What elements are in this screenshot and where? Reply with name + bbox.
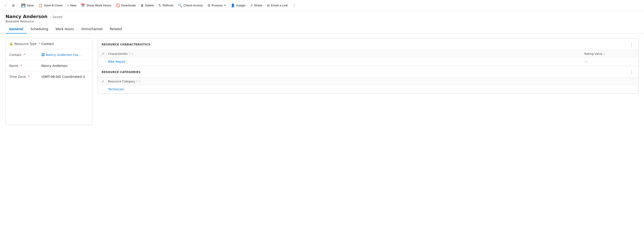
deactivate-button[interactable]: 🚫 Deactivate [114, 0, 138, 11]
save-button[interactable]: 💾 Save [19, 0, 36, 11]
restore-button[interactable]: ⧉ [10, 0, 17, 11]
sort-down-icon: ↓ [132, 52, 134, 55]
required-star-contact: * [24, 53, 25, 56]
check-access-label: Check Access [184, 4, 203, 7]
refresh-label: Refresh [163, 4, 174, 7]
delete-button[interactable]: 🗑 Delete [138, 0, 156, 11]
tab-general[interactable]: General [6, 25, 27, 33]
categories-check-col: ✓ [102, 79, 108, 83]
rating-cell: --- [584, 60, 635, 63]
field-contact-label: Contact * [9, 53, 41, 57]
resource-categories-section: RESOURCE CATEGORIES ⋮ ✓ Resource Categor… [98, 66, 638, 93]
tab-scheduling[interactable]: Scheduling [27, 25, 52, 33]
calendar-icon: 📅 [81, 3, 85, 7]
characteristics-header: RESOURCE CHARACTERISTICS ⋮ [98, 38, 638, 50]
deactivate-label: Deactivate [121, 4, 136, 7]
record-name-line: Nancy Anderson - Saved [6, 14, 638, 19]
process-button[interactable]: ⚙ Process ▼ [205, 0, 228, 11]
process-label: Process [212, 4, 223, 7]
assign-label: Assign [236, 4, 246, 7]
save-close-label: Save & Close [44, 4, 62, 7]
category-sort-up-icon: ↑ [136, 80, 138, 83]
field-timezone: Time Zone * (GMT-08:00) Coordinated U [6, 71, 92, 82]
check-access-button[interactable]: 🔍 Check Access [176, 0, 205, 11]
email-link-label: Email a Link [271, 4, 288, 7]
category-row: Technician [98, 85, 638, 93]
field-contact: Contact * 🖼 Nancy Anderson (sa... [6, 49, 92, 60]
category-col-header[interactable]: Resource Category ↑ ↓ [108, 80, 635, 83]
categories-title: RESOURCE CATEGORIES [102, 70, 140, 74]
required-star-tz: * [28, 75, 30, 78]
characteristics-title: RESOURCE CHARACTERISTICS [102, 43, 150, 46]
rating-col-header[interactable]: Rating Value ↓ [584, 52, 635, 55]
resource-characteristics-section: RESOURCE CHARACTERISTICS ⋮ ✓ Characteris… [98, 38, 638, 66]
refresh-button[interactable]: ↻ Refresh [156, 0, 176, 11]
lock-icon: 🔒 [9, 42, 13, 45]
field-name-label: Name * [9, 64, 41, 68]
right-panel: RESOURCE CHARACTERISTICS ⋮ ✓ Characteris… [98, 38, 638, 94]
chevron-down-icon: ▼ [224, 4, 226, 7]
field-resource-type-value: Contact [41, 42, 88, 46]
more-button[interactable]: ⋮ [290, 0, 298, 11]
delete-label: Delete [145, 4, 154, 7]
field-timezone-label: Time Zone * [9, 75, 41, 78]
field-resource-type-label: 🔒 Resource Type * [9, 42, 41, 46]
share-icon: ↗ [250, 3, 253, 7]
new-icon: + [67, 3, 69, 7]
toolbar: ← ⧉ 💾 Save 📋 Save & Close + New 📅 Show W… [0, 0, 644, 11]
contact-icon: 🖼 [41, 53, 44, 57]
required-star: * [39, 42, 40, 45]
toolbar-separator-1 [18, 3, 18, 8]
characteristics-grid-header: ✓ Characteristic ↑ ↓ Rating Value ↓ [98, 50, 638, 57]
back-icon: ← [4, 3, 8, 7]
email-icon: ✉ [267, 3, 270, 7]
save-close-icon: 📋 [38, 3, 43, 7]
refresh-icon: ↻ [158, 3, 162, 7]
assign-button[interactable]: 👤 Assign [228, 0, 248, 11]
tab-omnichannel[interactable]: Omnichannel [78, 25, 106, 33]
form-panel: 🔒 Resource Type * Contact Contact * 🖼 Na… [6, 38, 92, 125]
share-button[interactable]: ↗ Share [248, 0, 264, 11]
field-name: Name * Nancy Anderson [6, 60, 92, 71]
email-link-button[interactable]: ✉ Email a Link [264, 0, 290, 11]
field-timezone-value: (GMT-08:00) Coordinated U [41, 75, 88, 78]
more-icon: ⋮ [292, 3, 296, 7]
new-button[interactable]: + New [65, 0, 79, 11]
record-name: Nancy Anderson [6, 14, 48, 19]
field-name-value: Nancy Anderson [41, 64, 88, 68]
category-cell[interactable]: Technician [108, 87, 635, 91]
categories-menu-button[interactable]: ⋮ [629, 69, 635, 75]
new-label: New [70, 4, 76, 7]
tabs: General Scheduling Work Hours Omnichanne… [0, 25, 644, 33]
assign-icon: 👤 [231, 3, 235, 7]
categories-header: RESOURCE CATEGORIES ⋮ [98, 66, 638, 78]
characteristics-check-col: ✓ [102, 52, 108, 55]
tab-work-hours[interactable]: Work Hours [52, 25, 78, 33]
rating-sort-down-icon: ↓ [603, 52, 605, 55]
tab-related[interactable]: Related [106, 25, 126, 33]
page-header: Nancy Anderson - Saved Bookable Resource [0, 11, 644, 23]
back-button[interactable]: ← [2, 0, 10, 11]
check-access-icon: 🔍 [178, 3, 182, 7]
category-sort-down-icon: ↓ [139, 80, 141, 83]
field-contact-value[interactable]: 🖼 Nancy Anderson (sa... [41, 53, 88, 57]
characteristic-col-header[interactable]: Characteristic ↑ ↓ [108, 52, 584, 55]
show-work-hours-label: Show Work Hours [86, 4, 111, 7]
save-close-button[interactable]: 📋 Save & Close [36, 0, 65, 11]
save-icon: 💾 [21, 3, 26, 7]
saved-badge: - Saved [50, 15, 62, 19]
characteristic-cell[interactable]: Bike Repair [108, 60, 584, 63]
characteristics-menu-button[interactable]: ⋮ [629, 41, 635, 47]
sort-up-icon: ↑ [129, 52, 131, 55]
restore-icon: ⧉ [12, 3, 14, 7]
save-label: Save [27, 4, 34, 7]
show-work-hours-button[interactable]: 📅 Show Work Hours [78, 0, 114, 11]
deactivate-icon: 🚫 [116, 3, 120, 7]
process-icon: ⚙ [208, 3, 210, 7]
categories-grid-header: ✓ Resource Category ↑ ↓ [98, 78, 638, 85]
share-label: Share [254, 4, 262, 7]
required-star-name: * [21, 64, 22, 67]
record-type: Bookable Resource [6, 20, 638, 23]
characteristic-row: Bike Repair --- [98, 57, 638, 66]
delete-icon: 🗑 [140, 3, 144, 7]
